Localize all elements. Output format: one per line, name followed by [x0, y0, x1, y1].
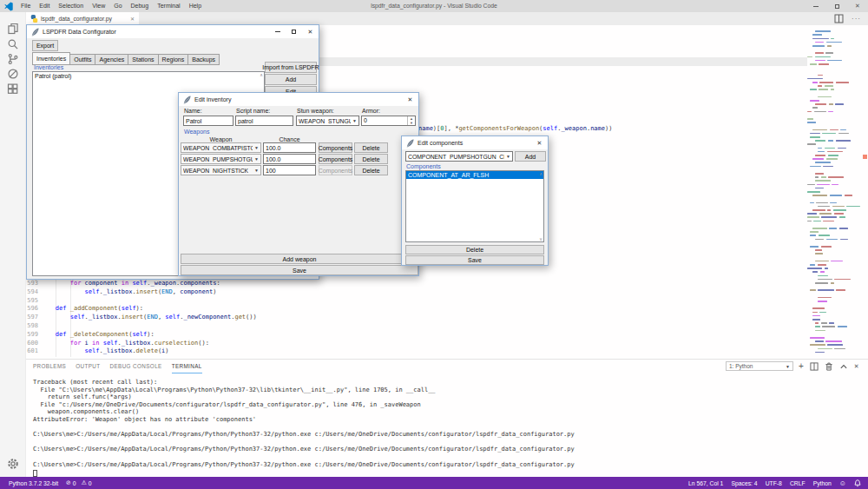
delete-weapon-button[interactable]: Delete — [354, 165, 388, 175]
edit-inventory-titlebar[interactable]: Edit inventory ✕ — [179, 93, 418, 106]
source-control-icon[interactable] — [7, 53, 19, 65]
scrollbar-up-icon[interactable]: ∧ — [539, 171, 542, 176]
spinner-arrows[interactable]: ▲▼ — [407, 116, 415, 125]
status-language[interactable]: Python — [813, 480, 832, 486]
name-input[interactable] — [183, 116, 233, 126]
chance-input[interactable] — [263, 142, 316, 153]
more-actions-icon[interactable]: ··· — [852, 15, 861, 23]
components-button[interactable]: Components — [319, 154, 352, 164]
menu-terminal[interactable]: Terminal — [153, 0, 184, 12]
overview-ruler[interactable] — [861, 25, 868, 359]
export-button[interactable]: Export — [32, 40, 58, 51]
tk-close-button[interactable]: ✕ — [531, 136, 548, 149]
minimap[interactable] — [807, 25, 861, 359]
problems-status[interactable]: ⊘0 ⚠0 — [66, 479, 91, 486]
delete-weapon-button[interactable]: Delete — [354, 154, 388, 164]
code-token: _listbox — [103, 288, 133, 295]
new-component-combobox[interactable]: COMPONENT_PUMPSHOTGUN_CLIP_01 ▼ — [405, 151, 513, 162]
chance-input[interactable] — [263, 165, 316, 175]
weapon-combobox[interactable]: WEAPON_NIGHTSTICK▼ — [181, 165, 261, 175]
split-terminal-icon[interactable] — [810, 362, 819, 371]
debug-icon[interactable] — [7, 68, 19, 80]
weapon-combobox[interactable]: WEAPON_COMBATPISTOL▼ — [181, 142, 261, 153]
status-indentation[interactable]: Spaces: 4 — [731, 480, 757, 486]
minimap-code-mark — [815, 155, 825, 156]
menu-selection[interactable]: Selection — [54, 0, 88, 12]
component-list-item[interactable]: COMPONENT_AT_AR_FLSH — [406, 171, 543, 179]
menu-debug[interactable]: Debug — [127, 0, 154, 12]
python-interpreter-status[interactable]: Python 3.7.2 32-bit — [9, 480, 58, 486]
kill-terminal-trash-icon[interactable] — [825, 362, 833, 371]
menu-help[interactable]: Help — [185, 0, 206, 12]
feedback-smiley-icon[interactable]: ☺ — [839, 479, 846, 487]
tk-minimize-button[interactable] — [269, 25, 286, 38]
terminal-selector[interactable]: 1: Python ▼ — [726, 361, 793, 371]
menu-go[interactable]: Go — [109, 0, 126, 12]
notebook-tab-outfits[interactable]: Outfits — [70, 54, 95, 65]
weapon-combobox[interactable]: WEAPON_PUMPSHOTGUN▼ — [181, 154, 261, 164]
tab-lspdfr-data-configurator[interactable]: lspdfr_data_configurator.py ✕ — [26, 12, 139, 25]
explorer-icon[interactable] — [7, 23, 19, 35]
search-icon[interactable] — [7, 38, 19, 50]
notebook-tab-inventories[interactable]: Inventories — [32, 52, 70, 65]
minimap-code-mark — [810, 202, 814, 204]
lspdfr-titlebar[interactable]: LSPDFR Data Configurator ✕ — [27, 25, 319, 38]
delete-weapon-button[interactable]: Delete — [354, 142, 388, 153]
import-from-lspdfr-button[interactable]: Import from LSPDFR — [265, 62, 317, 73]
delete-component-button[interactable]: Delete — [405, 245, 544, 254]
tk-maximize-button[interactable] — [286, 25, 302, 38]
notebook-tab-backups[interactable]: Backups — [188, 54, 220, 65]
settings-gear-icon[interactable] — [7, 458, 19, 470]
scrollbar-up-icon[interactable]: ∧ — [260, 72, 263, 77]
close-button[interactable]: ✕ — [847, 0, 868, 12]
menu-file[interactable]: File — [16, 0, 35, 12]
code-token: ): — [136, 305, 143, 312]
menu-view[interactable]: View — [88, 0, 109, 12]
scrollbar-down-icon[interactable]: ∨ — [539, 236, 542, 241]
restore-button[interactable] — [826, 0, 847, 12]
minimap-code-mark — [810, 166, 821, 168]
notebook-tab-regions[interactable]: Regions — [159, 54, 189, 65]
minimap-code-mark — [815, 322, 819, 324]
close-panel-icon[interactable]: ✕ — [854, 363, 859, 370]
minimize-button[interactable] — [806, 0, 826, 12]
add-weapon-button[interactable]: Add weapon — [181, 254, 418, 264]
stun-weapon-combobox[interactable]: WEAPON_STUNGUN ▼ — [296, 116, 359, 126]
script-name-input[interactable] — [235, 116, 293, 126]
menu-edit[interactable]: Edit — [35, 0, 54, 12]
terminal-line: C:\Users\me>C:/Users/me/AppData/Local/Pr… — [33, 431, 575, 439]
minimap-code-mark — [818, 264, 827, 266]
spin-down-icon[interactable]: ▼ — [408, 121, 415, 125]
notebook-tab-agencies[interactable]: Agencies — [95, 54, 128, 65]
chance-input[interactable] — [263, 154, 316, 164]
code-token: _weapon — [561, 125, 587, 132]
tab-close-icon[interactable]: ✕ — [130, 16, 135, 22]
minimap-code-mark — [815, 60, 825, 62]
extensions-icon[interactable] — [7, 83, 19, 96]
panel-tab-output[interactable]: OUTPUT — [76, 360, 100, 373]
panel-tab-terminal[interactable]: TERMINAL — [172, 360, 202, 373]
save-components-button[interactable]: Save — [405, 255, 544, 265]
notifications-bell-icon[interactable] — [854, 479, 861, 487]
components-listbox[interactable]: COMPONENT_AT_AR_FLSH ∧ ∨ — [405, 170, 544, 242]
add-component-button[interactable]: Add — [515, 151, 546, 162]
status-eol[interactable]: CRLF — [790, 480, 806, 486]
components-button[interactable]: Components — [319, 142, 352, 153]
list-item[interactable]: Patrol (patrol) — [33, 72, 264, 80]
code-token: self — [132, 331, 147, 338]
edit-components-titlebar[interactable]: Edit components ✕ — [402, 136, 548, 149]
split-editor-icon[interactable] — [834, 14, 844, 23]
add-button[interactable]: Add — [265, 74, 317, 85]
notebook-tab-stations[interactable]: Stations — [128, 54, 158, 65]
status-line-col[interactable]: Ln 567, Col 1 — [688, 480, 723, 486]
tk-close-button[interactable]: ✕ — [302, 25, 319, 38]
new-terminal-icon[interactable]: + — [799, 362, 804, 371]
status-encoding[interactable]: UTF-8 — [766, 480, 782, 486]
armor-spinner[interactable]: 0 ▲▼ — [361, 116, 416, 126]
maximize-panel-chevron-icon[interactable] — [839, 362, 848, 371]
panel-tab-debug-console[interactable]: DEBUG CONSOLE — [110, 360, 162, 373]
panel-tab-problems[interactable]: PROBLEMS — [33, 360, 66, 373]
save-inventory-button[interactable]: Save — [181, 265, 418, 275]
tk-close-button[interactable]: ✕ — [402, 93, 418, 106]
terminal-output: Traceback (most recent call last): File … — [33, 379, 575, 468]
